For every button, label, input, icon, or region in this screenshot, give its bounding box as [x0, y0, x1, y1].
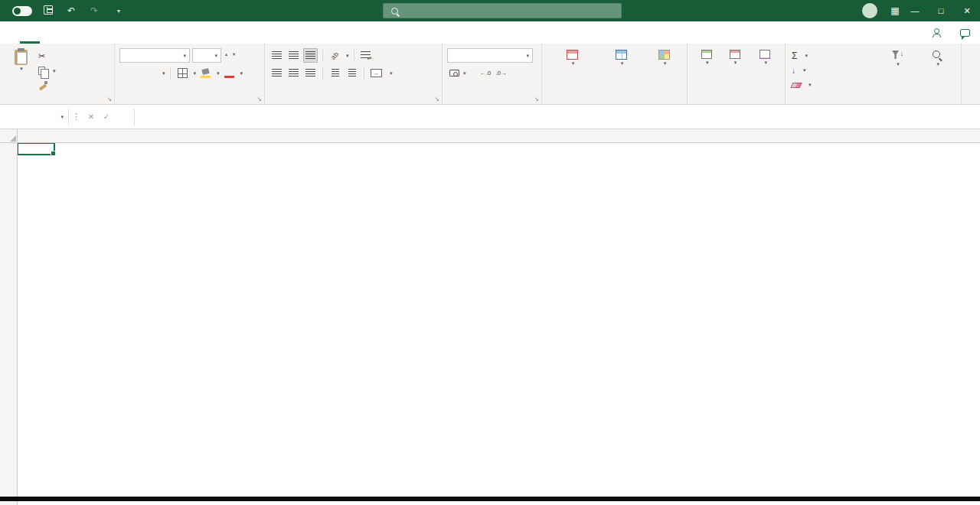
tab-narzedzia-glowne[interactable] [20, 21, 40, 44]
name-box[interactable] [2, 109, 69, 125]
font-color-button[interactable] [222, 66, 237, 80]
insert-cells-button[interactable] [692, 47, 721, 92]
row-headers [0, 143, 18, 505]
tab-formuly[interactable] [80, 21, 100, 44]
maximize-button[interactable] [928, 0, 954, 21]
align-top-button[interactable] [270, 48, 284, 63]
dialog-launcher-icon[interactable] [106, 96, 112, 103]
tab-pomoc[interactable] [159, 21, 179, 44]
chevron-down-icon [214, 53, 217, 59]
chevron-down-icon[interactable] [240, 70, 243, 77]
ribbon-group-number [443, 44, 542, 104]
undo-button[interactable] [64, 5, 78, 16]
select-all-corner[interactable] [0, 129, 18, 143]
format-painter-button[interactable] [37, 78, 57, 93]
format-as-table-button[interactable] [599, 47, 645, 92]
ribbon-group-editing [786, 44, 962, 104]
chevron-down-icon[interactable] [217, 70, 220, 77]
sort-filter-icon [891, 50, 903, 60]
align-center-button[interactable] [286, 66, 301, 80]
conditional-formatting-button[interactable] [547, 47, 598, 92]
wrap-text-button[interactable] [359, 48, 375, 63]
tab-dane[interactable] [100, 21, 119, 44]
share-button[interactable] [932, 28, 945, 37]
number-format-select[interactable] [447, 48, 533, 63]
font-size-select[interactable] [192, 48, 221, 63]
paste-button[interactable] [5, 47, 37, 92]
cut-button[interactable] [37, 49, 57, 64]
align-bottom-button[interactable] [303, 48, 318, 63]
share-icon [932, 28, 941, 37]
chevron-down-icon[interactable] [162, 70, 165, 77]
dialog-launcher-icon[interactable] [434, 96, 439, 103]
chevron-down-icon [390, 70, 393, 77]
formula-input[interactable] [134, 109, 980, 125]
fill-color-icon [201, 68, 211, 78]
accounting-format-button[interactable] [447, 66, 462, 80]
grid-area[interactable] [18, 143, 980, 505]
cancel-entry-icon[interactable] [83, 112, 99, 121]
dialog-launcher-icon[interactable] [256, 96, 262, 103]
format-cells-button[interactable] [748, 47, 782, 92]
increase-decimal-button[interactable] [480, 70, 492, 77]
wrap-text-icon [361, 51, 371, 60]
tab-widok[interactable] [139, 21, 159, 44]
comments-button[interactable] [960, 29, 974, 37]
confirm-entry-icon[interactable] [99, 112, 114, 121]
dialog-launcher-icon[interactable] [534, 96, 539, 103]
merge-center-button[interactable] [369, 66, 394, 80]
font-name-select[interactable] [119, 48, 190, 63]
selected-cell[interactable] [18, 143, 55, 155]
ribbon-display-options-icon[interactable] [888, 5, 902, 16]
autosum-button[interactable] [790, 49, 877, 63]
tab-wstawianie[interactable] [40, 21, 60, 44]
fill-color-button[interactable] [198, 66, 213, 80]
autosave-toggle[interactable] [8, 6, 32, 16]
tab-plik[interactable] [0, 21, 20, 44]
redo-button[interactable] [87, 5, 101, 16]
clear-button[interactable] [790, 78, 877, 92]
align-middle-button[interactable] [286, 48, 301, 63]
search-box[interactable] [383, 3, 622, 18]
minimize-button[interactable] [902, 0, 928, 21]
chevron-down-icon[interactable] [463, 70, 466, 77]
increase-font-button[interactable] [224, 51, 229, 60]
increase-indent-icon [348, 69, 356, 77]
decrease-indent-button[interactable] [328, 66, 342, 80]
save-icon [44, 5, 53, 15]
chevron-down-icon[interactable] [194, 70, 197, 77]
delete-cells-button[interactable] [721, 47, 749, 92]
conditional-formatting-icon [567, 50, 578, 60]
excel-window [0, 0, 980, 505]
borders-icon [178, 68, 188, 78]
tab-recenzja[interactable] [119, 21, 139, 44]
align-left-button[interactable] [270, 66, 284, 80]
align-top-icon [272, 51, 282, 60]
cell-styles-button[interactable] [645, 47, 684, 92]
sort-filter-button[interactable] [877, 47, 916, 92]
increase-indent-button[interactable] [345, 66, 359, 80]
fill-button[interactable] [790, 64, 877, 77]
decrease-decimal-button[interactable] [495, 70, 507, 77]
align-right-button[interactable] [303, 66, 318, 80]
chevron-down-icon [805, 53, 808, 59]
decrease-indent-icon [332, 69, 339, 77]
quick-access-chevron-icon[interactable] [112, 8, 126, 15]
close-button[interactable] [954, 0, 980, 21]
borders-button[interactable] [175, 66, 190, 80]
orientation-button[interactable] [328, 48, 342, 63]
chevron-down-icon [734, 60, 737, 66]
autosave-switch[interactable] [12, 6, 32, 16]
find-select-button[interactable] [917, 47, 958, 92]
avatar[interactable] [862, 3, 877, 18]
tab-uklad-strony[interactable] [60, 21, 80, 44]
copy-button[interactable] [37, 64, 57, 78]
decrease-font-button[interactable] [231, 51, 237, 60]
chevron-down-icon [937, 61, 940, 67]
save-button[interactable] [41, 5, 55, 17]
drag-handle-icon[interactable] [72, 112, 80, 122]
toggle-knob-icon [14, 8, 21, 15]
chevron-down-icon[interactable] [346, 53, 349, 59]
align-left-icon [272, 69, 282, 77]
ribbon-group-alignment [265, 44, 443, 104]
